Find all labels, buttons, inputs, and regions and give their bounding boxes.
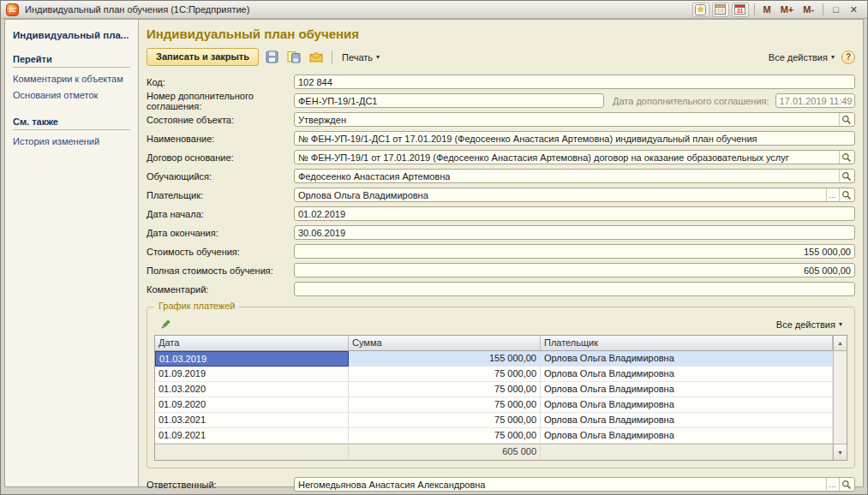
column-header-amount[interactable]: Сумма <box>349 336 541 351</box>
table-cell-date[interactable]: 01.09.2020 <box>155 397 349 413</box>
lookup-icon[interactable] <box>839 151 853 164</box>
table-cell-date[interactable]: 01.03.2021 <box>155 413 349 428</box>
save-icon[interactable] <box>262 49 281 66</box>
payment-schedule-table: Дата Сумма Плательщик ▲ 01.03.2019 155 0… <box>154 335 847 461</box>
responsible-field[interactable]: Негомедьянова Анастасия Александровна … <box>294 477 855 492</box>
page-title: Индивидуальный план обучения <box>147 27 855 41</box>
print-label: Печать <box>342 52 373 63</box>
memory-button[interactable]: М <box>760 3 775 15</box>
lookup-icon[interactable] <box>839 478 853 491</box>
agreement-number-field[interactable]: ФЕН-УП-19/1-ДС1 <box>294 93 604 108</box>
table-all-actions-button[interactable]: Все действия ▾ <box>773 318 846 331</box>
table-cell-date[interactable]: 01.03.2020 <box>155 382 349 397</box>
full-tuition-cost-label: Полная стоимость обучения: <box>147 265 294 276</box>
name-field[interactable]: № ФЕН-УП-19/1-ДС1 от 17.01.2019 (Федосее… <box>294 131 855 146</box>
app-window: 1С Индивидуальный план обучения (1С:Пред… <box>0 0 868 495</box>
scroll-up-button[interactable]: ▲ <box>833 336 847 351</box>
contract-basis-field[interactable]: № ФЕН-УП-19/1 от 17.01.2019 (Федосеенко … <box>294 150 855 164</box>
post-document-icon[interactable] <box>284 49 303 66</box>
table-cell-payer[interactable]: Орлова Ольга Владимировна <box>541 428 833 444</box>
sidebar-item-current-plan[interactable]: Индивидуальный пла... <box>13 30 130 40</box>
send-envelope-icon[interactable] <box>307 49 326 66</box>
tuition-cost-value: 155 000,00 <box>804 247 853 257</box>
scrollbar-track[interactable] <box>833 351 847 367</box>
table-cell-amount[interactable]: 75 000,00 <box>349 367 541 382</box>
table-all-actions-label: Все действия <box>776 319 835 330</box>
titlebar: 1С Индивидуальный план обучения (1С:Пред… <box>1 1 867 19</box>
logo-text: 1С <box>9 7 16 13</box>
table-cell-payer[interactable]: Орлова Ольга Владимировна <box>541 397 833 413</box>
code-label: Код: <box>147 77 294 87</box>
scrollbar-track[interactable] <box>833 428 847 444</box>
choose-button[interactable]: … <box>826 188 839 201</box>
memory-minus-button[interactable]: М- <box>799 3 817 15</box>
choose-button[interactable]: … <box>826 478 839 491</box>
agreement-date-field[interactable]: 17.01.2019 11:49:12 <box>775 93 855 108</box>
table-cell-amount[interactable]: 75 000,00 <box>349 397 541 413</box>
student-label: Обучающийся: <box>147 171 294 182</box>
edit-pencil-icon[interactable] <box>156 316 175 333</box>
start-date-field[interactable]: 01.02.2019 <box>294 206 855 221</box>
end-date-field[interactable]: 30.06.2019 <box>294 225 855 240</box>
code-value: 102 844 <box>298 77 332 87</box>
column-header-payer[interactable]: Плательщик <box>541 336 833 351</box>
table-icon[interactable] <box>712 3 729 17</box>
start-date-value: 01.02.2019 <box>298 209 345 219</box>
bookmark-icon[interactable] <box>692 3 709 17</box>
print-button[interactable]: Печать ▾ <box>338 51 383 64</box>
scrollbar-track[interactable] <box>833 382 847 397</box>
table-cell-payer[interactable]: Орлова Ольга Владимировна <box>541 367 833 382</box>
table-cell-amount[interactable]: 155 000,00 <box>349 351 541 367</box>
titlebar-controls: 31 М М+ М- □ ✕ <box>692 3 862 17</box>
sidebar-item-change-history[interactable]: История изменений <box>13 136 130 146</box>
table-cell-date[interactable]: 01.03.2019 <box>155 351 349 367</box>
object-state-label: Состояние объекта: <box>147 115 294 125</box>
table-cell-date[interactable]: 01.09.2019 <box>155 367 349 382</box>
column-header-date[interactable]: Дата <box>155 336 349 351</box>
object-state-value: Утвержден <box>298 115 346 125</box>
lookup-icon[interactable] <box>839 188 853 201</box>
lookup-icon[interactable] <box>839 113 853 126</box>
student-value: Федосеенко Анастасия Артемовна <box>298 171 450 182</box>
table-cell-amount[interactable]: 75 000,00 <box>349 428 541 444</box>
all-actions-button[interactable]: Все действия ▾ <box>765 51 838 64</box>
group-title: График платежей <box>154 301 239 311</box>
tuition-cost-label: Стоимость обучения: <box>147 247 294 257</box>
responsible-label: Ответственный: <box>147 480 294 490</box>
scroll-down-button[interactable]: ▼ <box>833 444 847 460</box>
chevron-down-icon: ▾ <box>376 54 380 61</box>
maximize-button[interactable]: □ <box>829 3 843 15</box>
table-cell-payer[interactable]: Орлова Ольга Владимировна <box>541 382 833 397</box>
help-button[interactable]: ? <box>841 51 855 64</box>
lookup-icon[interactable] <box>839 170 853 182</box>
scrollbar-track[interactable] <box>833 413 847 428</box>
agreement-date-value: 17.01.2019 11:49:12 <box>780 96 853 106</box>
payer-field[interactable]: Орлова Ольга Владимировна … <box>294 188 855 202</box>
table-cell-amount[interactable]: 75 000,00 <box>349 413 541 428</box>
sidebar-item-grade-bases[interactable]: Основания отметок <box>13 90 130 100</box>
1c-logo-icon: 1С <box>6 3 19 16</box>
calendar-glyph: 31 <box>734 4 745 15</box>
close-button[interactable]: ✕ <box>846 3 862 16</box>
full-tuition-cost-field[interactable]: 605 000,00 <box>294 263 855 277</box>
sidebar-item-object-comments[interactable]: Комментарии к объектам <box>13 74 130 84</box>
object-state-field[interactable]: Утвержден <box>294 112 855 127</box>
calendar-icon[interactable]: 31 <box>732 3 749 17</box>
payer-value: Орлова Ольга Владимировна <box>298 190 428 200</box>
comment-field[interactable] <box>294 282 855 296</box>
memory-plus-button[interactable]: М+ <box>777 3 798 15</box>
scrollbar-track[interactable] <box>833 397 847 413</box>
code-field[interactable]: 102 844 <box>294 75 855 89</box>
titlebar-separator <box>823 3 823 15</box>
scrollbar-track[interactable] <box>833 367 847 382</box>
save-and-close-button[interactable]: Записать и закрыть <box>147 48 259 66</box>
name-value: № ФЕН-УП-19/1-ДС1 от 17.01.2019 (Федосее… <box>298 134 757 144</box>
table-cell-payer[interactable]: Орлова Ольга Владимировна <box>541 413 833 428</box>
form-toolbar: Записать и закрыть Печать ▾ Все действ <box>147 47 855 67</box>
table-cell-amount[interactable]: 75 000,00 <box>349 382 541 397</box>
tuition-cost-field[interactable]: 155 000,00 <box>294 244 855 259</box>
table-cell-date[interactable]: 01.09.2021 <box>155 428 349 444</box>
table-cell-payer[interactable]: Орлова Ольга Владимировна <box>541 351 833 367</box>
student-field[interactable]: Федосеенко Анастасия Артемовна <box>294 169 855 183</box>
table-toolbar: Все действия ▾ <box>154 316 847 332</box>
